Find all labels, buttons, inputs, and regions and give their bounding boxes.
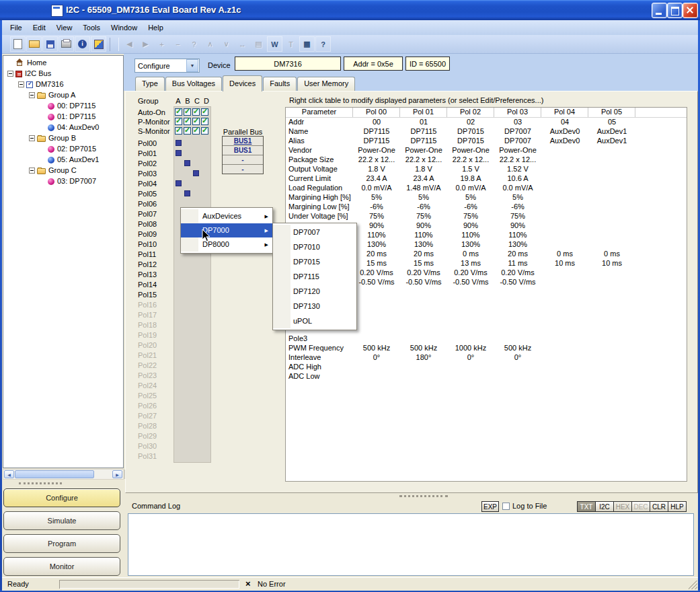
checkbox-s-monitor-d[interactable]: ✓ [201, 127, 208, 135]
checkbox-p-monitor-a[interactable]: ✓ [175, 118, 182, 125]
param-value[interactable]: DP7007 [494, 127, 541, 137]
exp-button[interactable]: EXP [481, 501, 499, 512]
scroll-left-icon[interactable]: ◀ [4, 470, 14, 478]
param-value[interactable]: 22.2 x 12... [400, 155, 447, 165]
param-value[interactable] [588, 344, 635, 353]
param-value[interactable] [494, 306, 541, 316]
param-value[interactable] [588, 353, 635, 363]
param-value[interactable]: 22.2 x 12... [494, 155, 541, 165]
param-value[interactable]: -0.50 V/ms [447, 278, 494, 287]
param-value[interactable] [541, 306, 588, 316]
param-value[interactable]: 01 [400, 118, 447, 127]
param-value[interactable]: 0.20 V/ms [447, 268, 494, 278]
param-value[interactable] [588, 231, 635, 240]
param-value[interactable]: 03 [494, 118, 541, 127]
param-value[interactable] [400, 334, 447, 344]
param-value[interactable]: 5% [447, 193, 494, 202]
param-value[interactable]: 0.20 V/ms [400, 268, 447, 278]
param-value[interactable]: 90% [447, 221, 494, 231]
tree-expander[interactable] [29, 92, 35, 98]
assignment-cell-pol03[interactable] [193, 170, 199, 176]
format-clr-button[interactable]: CLR [650, 501, 668, 512]
param-value[interactable] [447, 287, 494, 297]
context-menu-item-auxdevices[interactable]: AuxDevices▶ [181, 209, 272, 223]
param-value[interactable] [541, 353, 588, 363]
tab-bus-voltages[interactable]: Bus Voltages [165, 77, 222, 91]
param-value[interactable]: DP7115 [353, 127, 400, 137]
param-value[interactable]: 1.5 V [447, 165, 494, 174]
assignment-cell-pol02[interactable] [184, 160, 190, 166]
checkbox-auto-on-a[interactable]: ✓ [175, 108, 182, 116]
param-value[interactable]: 13 ms [447, 259, 494, 268]
param-value[interactable]: DP7115 [400, 127, 447, 137]
tree-expander[interactable] [18, 81, 24, 87]
param-value[interactable] [588, 325, 635, 334]
param-value[interactable] [588, 316, 635, 325]
param-value[interactable]: Power-One [400, 146, 447, 155]
param-value[interactable]: -6% [353, 202, 400, 212]
param-value[interactable] [494, 316, 541, 325]
assignment-cell-pol00[interactable] [176, 140, 182, 146]
param-value[interactable] [541, 344, 588, 353]
param-value[interactable] [494, 297, 541, 306]
checkbox-p-monitor-c[interactable]: ✓ [192, 118, 200, 125]
param-value[interactable] [494, 334, 541, 344]
nav-configure-button[interactable]: Configure [3, 488, 120, 507]
param-value[interactable] [588, 334, 635, 344]
menu-view[interactable]: View [51, 21, 78, 35]
param-value[interactable]: 10 ms [541, 259, 588, 268]
table-view-icon[interactable]: ▦ [299, 36, 315, 52]
checkbox-s-monitor-c[interactable]: ✓ [192, 127, 200, 135]
param-value[interactable]: 500 kHz [400, 344, 447, 353]
tree-item-03-dp7007[interactable]: 03: DP7007 [3, 176, 123, 186]
param-value[interactable] [541, 146, 588, 155]
param-value[interactable]: -6% [447, 202, 494, 212]
tree-expander[interactable] [7, 71, 13, 77]
param-value[interactable] [447, 297, 494, 306]
info-icon[interactable]: i [75, 36, 90, 52]
param-value[interactable] [588, 372, 635, 381]
param-value[interactable]: 19.8 A [447, 174, 494, 184]
param-value[interactable]: 11 ms [494, 259, 541, 268]
param-value[interactable]: 0 ms [447, 250, 494, 259]
param-value[interactable]: -0.50 V/ms [353, 278, 400, 287]
menu-tools[interactable]: Tools [77, 21, 106, 35]
param-value[interactable]: -0.50 V/ms [494, 278, 541, 287]
param-value[interactable]: 75% [447, 212, 494, 221]
tree-item-05-auxdev1[interactable]: 05: AuxDev1 [3, 154, 123, 165]
tree-item-group-b[interactable]: Group B [3, 133, 123, 143]
param-value[interactable] [588, 287, 635, 297]
tab-user-memory[interactable]: User Memory [297, 77, 355, 91]
parallel-bus-cell[interactable]: - [223, 155, 263, 164]
nav-monitor-button[interactable]: Monitor [3, 557, 120, 576]
param-value[interactable] [541, 174, 588, 184]
param-value[interactable] [588, 297, 635, 306]
submenu-item-dp7120[interactable]: DP7120 [273, 284, 356, 299]
submenu-item-dp7130[interactable]: DP7130 [273, 299, 356, 313]
param-value[interactable]: 23.4 A [353, 174, 400, 184]
param-value[interactable] [353, 325, 400, 334]
param-value[interactable] [588, 268, 635, 278]
param-value[interactable]: DP7115 [400, 137, 447, 146]
param-value[interactable] [400, 297, 447, 306]
param-value[interactable]: AuxDev1 [588, 137, 635, 146]
format-hlp-button[interactable]: HLP [668, 501, 687, 512]
param-value[interactable] [400, 325, 447, 334]
checkbox-auto-on-c[interactable]: ✓ [192, 108, 200, 116]
param-value[interactable]: 0.20 V/ms [494, 268, 541, 278]
mode-select[interactable]: Configure ▼ [134, 59, 200, 73]
param-value[interactable] [588, 155, 635, 165]
param-value[interactable]: 0.20 V/ms [353, 268, 400, 278]
print-icon[interactable] [59, 36, 74, 52]
submenu-item-upol[interactable]: uPOL [273, 313, 356, 328]
param-value[interactable]: Power-One [494, 146, 541, 155]
param-value[interactable] [447, 316, 494, 325]
log-to-file-checkbox[interactable] [502, 503, 510, 510]
param-value[interactable] [400, 306, 447, 316]
param-value[interactable]: 130% [353, 240, 400, 250]
param-value[interactable]: 110% [447, 231, 494, 240]
new-file-icon[interactable] [10, 36, 26, 52]
param-value[interactable] [447, 325, 494, 334]
param-value[interactable] [447, 363, 494, 372]
param-value[interactable]: 0.0 mV/A [494, 184, 541, 193]
